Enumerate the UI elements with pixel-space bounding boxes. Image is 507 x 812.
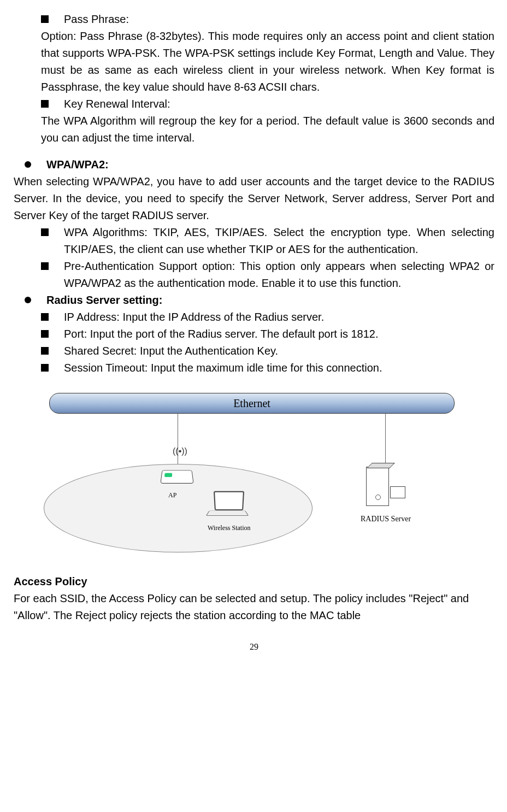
antenna-icon: ((•)) [173, 445, 187, 458]
radius-server-label: RADIUS Server [361, 513, 411, 525]
square-bullet-icon [41, 15, 49, 23]
list-item-key-renewal: Key Renewal Interval: [41, 96, 494, 113]
connector-line [385, 413, 386, 470]
square-bullet-icon [41, 228, 49, 236]
wireless-station-label: Wireless Station [208, 523, 251, 533]
access-policy-heading: Access Policy [14, 573, 494, 590]
square-bullet-icon [41, 347, 49, 355]
square-bullet-icon [41, 364, 49, 372]
wpa-wpa2-title: WPA/WPA2: [46, 156, 494, 173]
round-bullet-icon [25, 161, 31, 168]
server-icon [366, 467, 404, 510]
ap-label: AP [168, 490, 176, 501]
ip-text: IP Address: Input the IP Address of the … [64, 309, 494, 326]
list-item-ip: IP Address: Input the IP Address of the … [41, 309, 494, 326]
pass-phrase-title: Pass Phrase: [64, 11, 494, 28]
radius-title: Radius Server setting: [46, 292, 494, 309]
list-item-wpa-algo: WPA Algorithms: TKIP, AES, TKIP/AES. Sel… [41, 224, 494, 258]
list-item-wpa-wpa2: WPA/WPA2: [25, 156, 494, 173]
shared-secret-text: Shared Secret: Input the Authentication … [64, 343, 494, 360]
preauth-text: Pre-Authentication Support option: This … [64, 258, 494, 292]
list-item-session-timeout: Session Timeout: Input the maximum idle … [41, 360, 494, 376]
round-bullet-icon [25, 297, 31, 303]
list-item-radius-setting: Radius Server setting: [25, 292, 494, 309]
access-policy-body: For each SSID, the Access Policy can be … [14, 590, 494, 624]
port-text: Port: Input the port of the Radius serve… [64, 326, 494, 343]
network-diagram: Ethernet ((•)) AP Wireless Station RADIU… [44, 393, 464, 557]
square-bullet-icon [41, 330, 49, 338]
laptop-icon [208, 491, 251, 519]
list-item-shared-secret: Shared Secret: Input the Authentication … [41, 343, 494, 360]
ethernet-bar: Ethernet [49, 393, 455, 414]
page-number: 29 [14, 640, 494, 654]
key-renewal-body: The WPA Algorithm will regroup the key f… [41, 113, 494, 146]
ethernet-label: Ethernet [233, 395, 270, 412]
wpa-wpa2-body: When selecting WPA/WPA2, you have to add… [14, 173, 494, 224]
list-item-preauth: Pre-Authentication Support option: This … [41, 258, 494, 292]
square-bullet-icon [41, 313, 49, 321]
square-bullet-icon [41, 262, 49, 270]
ap-device-icon [161, 469, 194, 489]
square-bullet-icon [41, 100, 49, 108]
wpa-algo-text: WPA Algorithms: TKIP, AES, TKIP/AES. Sel… [64, 224, 494, 258]
pass-phrase-body: Option: Pass Phrase (8-32bytes). This mo… [41, 28, 494, 96]
list-item-pass-phrase: Pass Phrase: [41, 11, 494, 28]
key-renewal-title: Key Renewal Interval: [64, 96, 494, 113]
list-item-port: Port: Input the port of the Radius serve… [41, 326, 494, 343]
session-timeout-text: Session Timeout: Input the maximum idle … [64, 360, 494, 376]
